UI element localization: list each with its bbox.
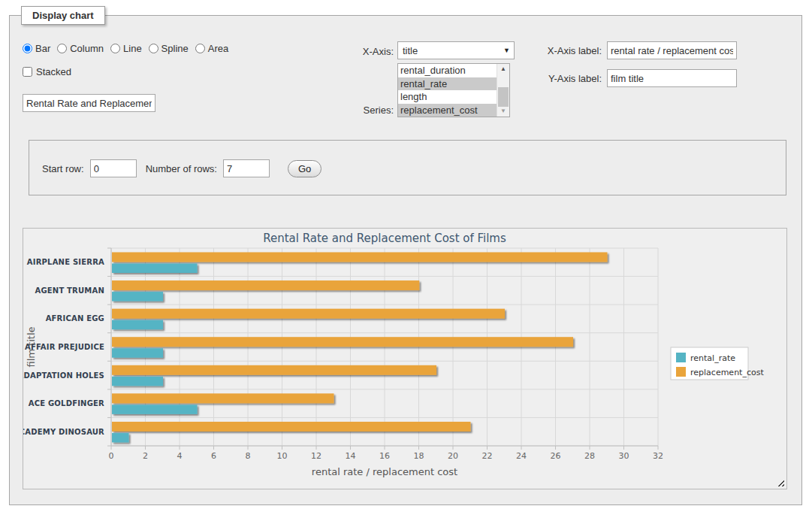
x-tick-label: 28 — [584, 451, 595, 461]
x-axis-label-input[interactable] — [607, 41, 737, 59]
y-axis-label-label: Y-Axis label: — [529, 73, 602, 84]
bar-rental_rate[interactable] — [112, 348, 163, 358]
x-tick-label: 14 — [346, 451, 356, 461]
x-axis-title: rental rate / replacement cost — [312, 466, 457, 477]
radio-item-spline: Spline — [149, 43, 189, 54]
radio-item-area: Area — [195, 43, 228, 54]
bar-rental_rate[interactable] — [112, 377, 163, 386]
x-tick-label: 4 — [177, 451, 183, 461]
x-axis-select-label: X-Axis: — [340, 46, 394, 57]
x-tick-label: 26 — [551, 451, 561, 461]
number-of-rows-label: Number of rows: — [146, 163, 217, 174]
chart-title-input[interactable] — [23, 94, 155, 112]
go-button[interactable]: Go — [288, 160, 321, 177]
x-tick-label: 18 — [414, 451, 424, 461]
scroll-up-icon[interactable]: ▲ — [497, 64, 509, 74]
series-option[interactable]: replacement_cost — [398, 104, 497, 117]
series-option[interactable]: rental_rate — [398, 77, 497, 91]
category-label: ACE GOLDFINGER — [29, 399, 104, 407]
start-row-input[interactable] — [90, 159, 137, 177]
stacked-checkbox[interactable] — [23, 67, 32, 77]
bar-replacement_cost[interactable] — [112, 253, 608, 262]
series-option[interactable]: rental_duration — [398, 64, 497, 77]
y-axis-label-input[interactable] — [607, 69, 737, 87]
series-listbox-items: rental_durationrental_ratelengthreplacem… — [398, 64, 497, 117]
chart-type-radio-column[interactable] — [57, 44, 67, 53]
stacked-label: Stacked — [36, 66, 71, 77]
scrollbar-thumb[interactable] — [498, 87, 509, 107]
x-tick-label: 22 — [482, 451, 493, 461]
bar-replacement_cost[interactable] — [112, 309, 505, 319]
radio-item-bar: Bar — [23, 43, 50, 54]
x-tick-label: 24 — [516, 451, 527, 461]
bar-rental_rate[interactable] — [112, 433, 129, 443]
chart-type-label: Bar — [35, 43, 50, 54]
x-tick-label: 12 — [311, 451, 321, 461]
start-row-label: Start row: — [42, 163, 84, 174]
bar-rental_rate[interactable] — [112, 292, 163, 301]
y-axis-title: film title — [26, 326, 37, 367]
series-listbox-scrollbar[interactable]: ▲ ▼ — [497, 64, 509, 117]
x-tick-label: 32 — [653, 451, 663, 461]
bar-replacement_cost[interactable] — [112, 280, 419, 290]
category-label: AGENT TRUMAN — [35, 286, 104, 295]
stacked-checkbox-row: Stacked — [23, 66, 71, 77]
x-axis-select-value: title — [403, 45, 418, 56]
panel-title: Display chart — [21, 6, 105, 25]
series-listbox-label: Series: — [340, 105, 394, 116]
chart-container: 02468101214161820222426283032AIRPLANE SI… — [23, 228, 787, 489]
chevron-down-icon: ▼ — [503, 47, 510, 54]
bar-replacement_cost[interactable] — [112, 337, 573, 347]
chart-type-radio-line[interactable] — [110, 44, 120, 53]
bar-replacement_cost[interactable] — [112, 422, 471, 432]
chart-type-radio-group: Bar Column Line Spline Area — [23, 43, 228, 54]
x-tick-label: 6 — [211, 451, 216, 461]
legend-label-rental_rate[interactable]: rental_rate — [690, 353, 735, 363]
category-label: ACADEMY DINOSAUR — [23, 428, 104, 436]
x-tick-label: 0 — [109, 451, 114, 461]
bar-chart: 02468101214161820222426283032AIRPLANE SI… — [23, 229, 786, 489]
chart-type-label: Line — [123, 43, 142, 54]
row-range-controls: Start row: Number of rows: Go — [42, 159, 321, 177]
row-range-panel: Start row: Number of rows: Go — [29, 140, 786, 195]
chart-type-label: Area — [208, 43, 228, 54]
chart-type-radio-spline[interactable] — [149, 44, 158, 53]
x-axis-select[interactable]: title ▼ — [397, 41, 515, 59]
series-option[interactable]: length — [398, 90, 497, 104]
chart-type-label: Column — [70, 43, 104, 54]
x-tick-label: 30 — [619, 451, 629, 461]
legend-label-replacement_cost[interactable]: replacement_cost — [690, 368, 764, 377]
category-label: ADAPTATION HOLES — [23, 371, 104, 380]
chart-type-label: Spline — [161, 43, 189, 54]
series-listbox[interactable]: rental_durationrental_ratelengthreplacem… — [397, 63, 510, 117]
x-tick-label: 20 — [448, 451, 458, 461]
x-tick-label: 16 — [379, 451, 390, 461]
legend-swatch-replacement_cost[interactable] — [676, 367, 686, 377]
x-tick-label: 10 — [277, 451, 288, 461]
bar-rental_rate[interactable] — [112, 320, 163, 330]
chart-type-radio-bar[interactable] — [23, 44, 32, 53]
category-label: AIRPLANE SIERRA — [27, 258, 104, 266]
radio-item-column: Column — [57, 43, 104, 54]
scroll-down-icon[interactable]: ▼ — [497, 106, 509, 117]
number-of-rows-input[interactable] — [223, 159, 270, 177]
legend-swatch-rental_rate[interactable] — [676, 353, 686, 362]
bar-replacement_cost[interactable] — [112, 393, 334, 403]
chart-type-radio-area[interactable] — [195, 44, 205, 53]
x-tick-label: 2 — [143, 451, 148, 461]
x-axis-label-label: X-Axis label: — [529, 45, 602, 56]
bar-replacement_cost[interactable] — [112, 365, 436, 375]
radio-item-line: Line — [110, 43, 142, 54]
bar-rental_rate[interactable] — [112, 264, 198, 274]
category-label: AFRICAN EGG — [46, 314, 104, 323]
x-tick-label: 8 — [246, 451, 251, 461]
bar-rental_rate[interactable] — [112, 404, 198, 414]
chart-title: Rental Rate and Replacement Cost of Film… — [263, 232, 506, 245]
app-window: Display chart Bar Column Line Spline Are… — [0, 0, 812, 512]
